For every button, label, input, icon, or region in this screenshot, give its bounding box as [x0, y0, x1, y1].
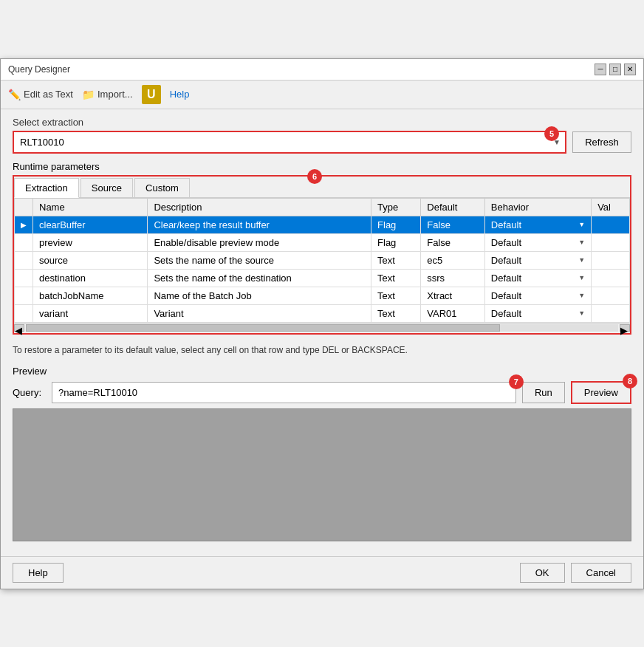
row-default-cell[interactable]: VAR01: [421, 304, 485, 322]
row-arrow-cell: [15, 287, 33, 304]
table-row[interactable]: destinationSets the name of the destinat…: [15, 269, 630, 287]
params-badge: 6: [307, 169, 322, 184]
select-extraction-label: Select extraction: [13, 117, 631, 128]
row-description-cell: Sets the name of the source: [148, 251, 371, 269]
row-default-cell[interactable]: ssrs: [421, 269, 485, 287]
help-label: Help: [170, 89, 190, 100]
row-val-cell: [592, 216, 630, 233]
query-badge: 7: [509, 374, 524, 389]
preview-button[interactable]: Preview: [571, 381, 631, 404]
edit-as-text-button[interactable]: ✏️ Edit as Text: [8, 89, 73, 100]
row-name-cell[interactable]: variant: [33, 304, 148, 322]
row-behavior-cell[interactable]: Default▼: [484, 216, 591, 233]
table-row[interactable]: ▶clearBufferClear/keep the result buffer…: [15, 216, 630, 233]
footer-help-button[interactable]: Help: [13, 563, 64, 583]
row-type-cell: Flag: [371, 233, 421, 251]
extraction-badge: 5: [544, 126, 559, 141]
row-default-cell[interactable]: Xtract: [421, 287, 485, 304]
row-name-cell[interactable]: preview: [33, 233, 148, 251]
behavior-value: Default: [491, 255, 521, 266]
minimize-button[interactable]: ─: [595, 64, 606, 75]
row-arrow-cell: [15, 251, 33, 269]
query-designer-window: Query Designer ─ □ ✕ ✏️ Edit as Text 📁 I…: [0, 58, 644, 589]
tab-extraction[interactable]: Extraction: [14, 178, 79, 198]
refresh-button[interactable]: Refresh: [572, 131, 631, 153]
import-label: Import...: [97, 89, 133, 100]
query-label: Query:: [13, 387, 46, 398]
chevron-down-icon: ▼: [578, 239, 585, 246]
row-description-cell: Enable/disable preview mode: [148, 233, 371, 251]
horizontal-scrollbar[interactable]: ◀ ▶: [14, 323, 630, 333]
col-type: Type: [371, 198, 421, 216]
extraction-select[interactable]: RLT10010: [14, 132, 565, 152]
chevron-down-icon: ▼: [578, 274, 585, 281]
behavior-value: Default: [491, 273, 521, 284]
behavior-value: Default: [491, 237, 521, 248]
content-area: Select extraction RLT10010 ▼ 5 Refresh R…: [1, 109, 643, 556]
tab-source[interactable]: Source: [80, 178, 133, 197]
row-val-cell: [592, 287, 630, 304]
query-row: Query: 7 Run Preview 8: [13, 381, 631, 404]
edit-icon: ✏️: [8, 89, 21, 100]
row-type-cell: Text: [371, 269, 421, 287]
row-default-cell[interactable]: False: [421, 233, 485, 251]
scroll-right-btn[interactable]: ▶: [620, 324, 630, 332]
row-behavior-cell[interactable]: Default▼: [484, 269, 591, 287]
behavior-value: Default: [491, 308, 521, 319]
scroll-thumb[interactable]: [26, 324, 500, 332]
maximize-button[interactable]: □: [609, 64, 621, 75]
row-behavior-cell[interactable]: Default▼: [484, 233, 591, 251]
import-button[interactable]: 📁 Import...: [82, 89, 133, 100]
table-row[interactable]: batchJobNameName of the Batch JobTextXtr…: [15, 287, 630, 304]
import-icon: 📁: [82, 89, 95, 100]
title-bar-controls: ─ □ ✕: [595, 64, 636, 75]
col-val: Val: [592, 198, 630, 216]
window-title: Query Designer: [8, 64, 70, 75]
info-text: To restore a parameter to its default va…: [13, 340, 631, 360]
toolbar: ✏️ Edit as Text 📁 Import... U Help: [1, 81, 643, 109]
table-row[interactable]: previewEnable/disable preview modeFlagFa…: [15, 233, 630, 251]
table-header-row: Name Description Type Default Behavior V…: [15, 198, 630, 216]
preview-section-label: Preview: [13, 366, 631, 377]
params-container: 6 Extraction Source Custom: [13, 175, 631, 335]
behavior-value: Default: [491, 219, 521, 230]
run-button[interactable]: Run: [522, 382, 565, 403]
params-table: Name Description Type Default Behavior V…: [14, 198, 630, 323]
close-button[interactable]: ✕: [624, 64, 636, 75]
scroll-left-btn[interactable]: ◀: [14, 324, 24, 332]
row-behavior-cell[interactable]: Default▼: [484, 251, 591, 269]
col-behavior: Behavior: [484, 198, 591, 216]
row-default-cell[interactable]: False: [421, 216, 485, 233]
row-val-cell: [592, 233, 630, 251]
footer-right-buttons: OK Cancel: [520, 563, 631, 583]
extraction-select-wrapper: RLT10010 ▼ 5: [13, 131, 566, 154]
table-body: ▶clearBufferClear/keep the result buffer…: [15, 216, 630, 322]
row-name-cell[interactable]: clearBuffer: [33, 216, 148, 233]
edit-as-text-label: Edit as Text: [24, 89, 73, 100]
cancel-button[interactable]: Cancel: [571, 563, 631, 583]
title-bar: Query Designer ─ □ ✕: [1, 59, 643, 81]
row-type-cell: Flag: [371, 216, 421, 233]
row-name-cell[interactable]: batchJobName: [33, 287, 148, 304]
row-arrow-cell: [15, 269, 33, 287]
runtime-parameters-section: Runtime parameters 6 Extraction Source C…: [13, 161, 631, 335]
help-link[interactable]: Help: [170, 89, 190, 100]
row-type-cell: Text: [371, 304, 421, 322]
chevron-down-icon: ▼: [578, 292, 585, 299]
preview-section: Preview Query: 7 Run Preview 8: [13, 366, 631, 541]
params-table-wrapper: Name Description Type Default Behavior V…: [14, 198, 630, 323]
preview-btn-wrapper: Preview 8: [571, 381, 631, 404]
row-name-cell[interactable]: source: [33, 251, 148, 269]
row-arrow-cell: [15, 233, 33, 251]
col-name: Name: [33, 198, 148, 216]
tab-custom[interactable]: Custom: [134, 178, 190, 197]
row-name-cell[interactable]: destination: [33, 269, 148, 287]
table-row[interactable]: sourceSets the name of the sourceTextec5…: [15, 251, 630, 269]
table-row[interactable]: variantVariantTextVAR01Default▼: [15, 304, 630, 322]
ok-button[interactable]: OK: [520, 563, 565, 583]
row-description-cell: Variant: [148, 304, 371, 322]
query-input[interactable]: [52, 382, 516, 403]
row-default-cell[interactable]: ec5: [421, 251, 485, 269]
row-behavior-cell[interactable]: Default▼: [484, 304, 591, 322]
row-behavior-cell[interactable]: Default▼: [484, 287, 591, 304]
